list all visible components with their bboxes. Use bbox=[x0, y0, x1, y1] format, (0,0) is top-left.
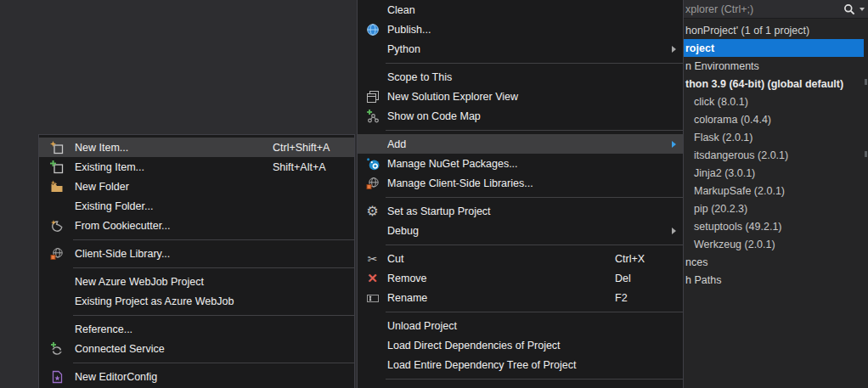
menu-separator bbox=[358, 59, 683, 67]
scrollbar-track bbox=[864, 19, 868, 388]
client-side-library-icon bbox=[358, 177, 387, 190]
menu-item-label: Remove bbox=[387, 273, 615, 284]
tree-item[interactable]: MarkupSafe (2.0.1) bbox=[684, 182, 864, 200]
menu-item-label: Scope to This bbox=[387, 71, 683, 83]
tree-item[interactable]: honProject' (1 of 1 project) bbox=[684, 21, 864, 39]
menu-item-existing-project-as-azure-webjob[interactable]: Existing Project as Azure WebJob bbox=[39, 291, 354, 311]
menu-item-client-side-library[interactable]: Client-Side Library... bbox=[39, 244, 354, 263]
tree-item-label: Jinja2 (3.0.1) bbox=[694, 167, 755, 179]
tree-item[interactable]: n Environments bbox=[684, 57, 864, 75]
menu-item-label: Set as Startup Project bbox=[387, 205, 683, 217]
submenu-arrow-icon bbox=[672, 141, 676, 148]
menu-item-load-direct-dependencies-of-project[interactable]: Load Direct Dependencies of Project bbox=[358, 335, 683, 355]
menu-item-label: Rename bbox=[387, 292, 615, 304]
menu-item-label: Load Direct Dependencies of Project bbox=[387, 340, 683, 351]
visual-studio-window: CleanPublish...PythonScope to ThisNew So… bbox=[0, 0, 868, 388]
menu-item-label: Existing Item... bbox=[75, 161, 273, 173]
gear-icon: ⚙ bbox=[358, 205, 387, 218]
menu-separator bbox=[358, 126, 683, 134]
menu-item-publish[interactable]: Publish... bbox=[358, 20, 683, 39]
menu-item-label: Client-Side Library... bbox=[75, 248, 354, 260]
tree-item[interactable]: Flask (2.0.1) bbox=[684, 128, 864, 146]
menu-item-new-solution-explorer-view[interactable]: New Solution Explorer View bbox=[358, 87, 683, 106]
menu-item-shortcut: Shift+Alt+A bbox=[273, 161, 347, 173]
menu-item-label: New Item... bbox=[75, 142, 273, 154]
menu-separator bbox=[358, 307, 683, 316]
tree-item-label: thon 3.9 (64-bit) (global default) bbox=[685, 78, 843, 90]
cookiecutter-icon bbox=[39, 219, 75, 233]
existing-item-icon bbox=[39, 160, 75, 174]
menu-item-label: Show on Code Map bbox=[387, 110, 683, 122]
menu-item-new-folder[interactable]: New Folder bbox=[39, 177, 354, 196]
menu-item-manage-nuget-packages[interactable]: Manage NuGet Packages... bbox=[358, 154, 683, 173]
tree-item-label: n Environments bbox=[685, 60, 759, 72]
menu-item-show-on-code-map[interactable]: Show on Code Map bbox=[358, 106, 683, 126]
tree-item[interactable]: colorama (0.4.4) bbox=[684, 110, 864, 128]
tree-item[interactable]: click (8.0.1) bbox=[684, 93, 864, 110]
menu-separator bbox=[39, 263, 354, 272]
tree-item[interactable]: Werkzeug (2.0.1) bbox=[684, 235, 864, 253]
menu-item-label: Manage Client-Side Libraries... bbox=[387, 177, 683, 189]
menu-item-remove[interactable]: ✕RemoveDel bbox=[358, 268, 683, 288]
scissors-icon: ✂ bbox=[358, 253, 387, 265]
menu-item-existing-item[interactable]: Existing Item...Shift+Alt+A bbox=[39, 157, 354, 177]
menu-separator bbox=[358, 240, 683, 249]
menu-item-set-as-startup-project[interactable]: ⚙Set as Startup Project bbox=[358, 201, 683, 221]
menu-item-load-entire-dependency-tree-of-project[interactable]: Load Entire Dependency Tree of Project bbox=[358, 355, 683, 374]
menu-item-from-cookiecutter[interactable]: From Cookiecutter... bbox=[39, 216, 354, 235]
menu-item-new-editorconfig[interactable]: New EditorConfig bbox=[39, 367, 354, 386]
search-icon[interactable] bbox=[843, 3, 855, 15]
tree-item-label: itsdangerous (2.0.1) bbox=[694, 149, 788, 161]
chevron-down-icon[interactable] bbox=[860, 8, 865, 11]
menu-item-label: New EditorConfig bbox=[75, 371, 354, 383]
connected-service-icon bbox=[39, 342, 75, 356]
project-context-menu: CleanPublish...PythonScope to ThisNew So… bbox=[357, 0, 684, 388]
menu-item-label: New Solution Explorer View bbox=[387, 91, 683, 103]
menu-item-label: Existing Project as Azure WebJob bbox=[75, 295, 354, 307]
tree-item[interactable]: h Paths bbox=[684, 271, 864, 289]
tree-item-label: Flask (2.0.1) bbox=[694, 132, 752, 143]
new-item-icon bbox=[39, 141, 75, 155]
menu-item-scope-to-this[interactable]: Scope to This bbox=[358, 67, 683, 87]
add-submenu: New Item...Ctrl+Shift+AExisting Item...S… bbox=[38, 134, 355, 388]
tree-item-label: pip (20.2.3) bbox=[694, 203, 747, 215]
tree-item[interactable]: thon 3.9 (64-bit) (global default) bbox=[684, 75, 864, 93]
menu-item-unload-project[interactable]: Unload Project bbox=[358, 316, 683, 335]
menu-item-debug[interactable]: Debug bbox=[358, 221, 683, 240]
solution-explorer-view-icon bbox=[358, 90, 387, 104]
tree-item-label: nces bbox=[685, 256, 707, 268]
solution-explorer-search[interactable]: xplorer (Ctrl+;) bbox=[684, 0, 868, 19]
menu-item-label: Debug bbox=[387, 225, 683, 237]
tree-item-selected[interactable]: roject bbox=[684, 39, 864, 57]
menu-item-shortcut: Ctrl+X bbox=[615, 253, 674, 265]
menu-item-reference[interactable]: Reference... bbox=[39, 319, 354, 339]
menu-item-clean[interactable]: Clean bbox=[358, 0, 683, 20]
menu-item-label: From Cookiecutter... bbox=[75, 220, 354, 232]
tree-item[interactable]: nces bbox=[684, 253, 864, 271]
search-input[interactable]: xplorer (Ctrl+;) bbox=[685, 3, 840, 15]
menu-separator bbox=[358, 193, 683, 201]
tree-item[interactable]: itsdangerous (2.0.1) bbox=[684, 146, 864, 164]
tree-item-label: roject bbox=[685, 42, 714, 54]
tree-item-label: Werkzeug (2.0.1) bbox=[694, 239, 775, 250]
tree-item-label: click (8.0.1) bbox=[694, 96, 748, 108]
tree-item[interactable]: setuptools (49.2.1) bbox=[684, 217, 864, 235]
tree-item[interactable]: pip (20.2.3) bbox=[684, 200, 864, 217]
menu-item-cut[interactable]: ✂CutCtrl+X bbox=[358, 249, 683, 268]
menu-item-existing-folder[interactable]: Existing Folder... bbox=[39, 196, 354, 216]
tree-item[interactable]: Jinja2 (3.0.1) bbox=[684, 164, 864, 182]
menu-item-rename[interactable]: RenameF2 bbox=[358, 288, 683, 307]
menu-item-python[interactable]: Python bbox=[358, 39, 683, 59]
submenu-arrow-icon bbox=[672, 228, 676, 234]
menu-item-new-item[interactable]: New Item...Ctrl+Shift+A bbox=[39, 138, 354, 157]
menu-item-new-azure-webjob-project[interactable]: New Azure WebJob Project bbox=[39, 272, 354, 291]
menu-item-label: New Folder bbox=[75, 181, 354, 193]
menu-item-label: Existing Folder... bbox=[75, 200, 354, 212]
solution-explorer-panel: xplorer (Ctrl+;) honProject' (1 of 1 pro… bbox=[684, 0, 868, 388]
tree-item-label: colorama (0.4.4) bbox=[694, 114, 771, 126]
menu-item-label: Clean bbox=[387, 4, 683, 16]
menu-item-add[interactable]: Add bbox=[358, 134, 683, 154]
menu-item-connected-service[interactable]: Connected Service bbox=[39, 339, 354, 358]
menu-item-manage-client-side-libraries[interactable]: Manage Client-Side Libraries... bbox=[358, 173, 683, 193]
menu-item-label: Reference... bbox=[75, 323, 354, 335]
